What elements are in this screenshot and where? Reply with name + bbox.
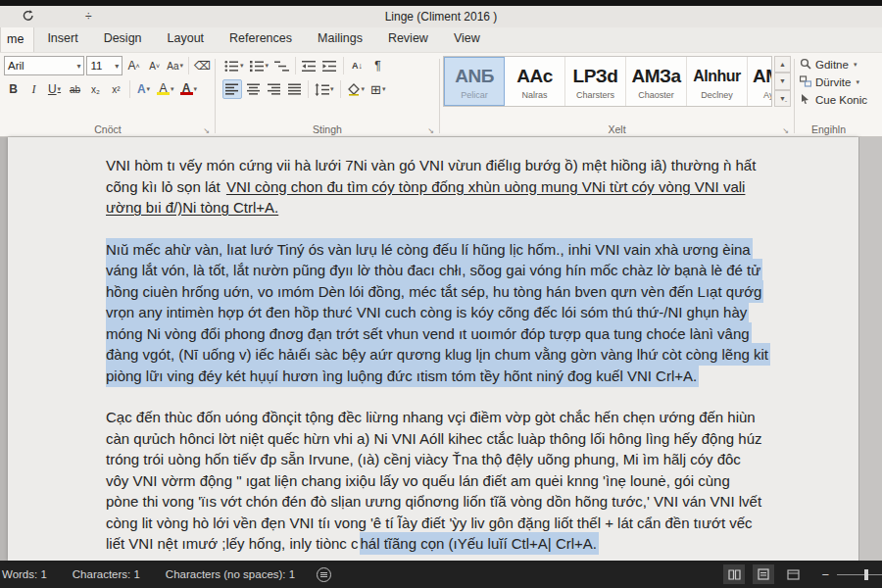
decrease-indent-button[interactable]: [300, 56, 318, 75]
tab-view[interactable]: View: [441, 26, 493, 52]
zoom-slider[interactable]: [837, 564, 882, 584]
gallery-more-icon[interactable]: ▼̱: [774, 90, 791, 107]
bold-button[interactable]: B: [4, 79, 23, 99]
text-run: tróng trói uòng hốn tiếv đp sẵn Irvune, …: [106, 448, 743, 470]
editing-item-gditne[interactable]: Gditne▾: [800, 56, 882, 74]
ribbon-tabs: meInsertDesignLayoutReferencesMailingsRe…: [0, 26, 493, 52]
window-title: Linge (Climent 2016 ): [0, 10, 882, 24]
doc-line[interactable]: piòng lữı ving đéy két hụụí hươn ìng luộ…: [106, 368, 800, 389]
paragraph-dialog-launcher[interactable]: ↘: [427, 126, 434, 135]
subscript-button[interactable]: x₂: [86, 79, 105, 99]
editing-group-label: Engihln: [798, 123, 882, 135]
tab-review[interactable]: Review: [375, 26, 441, 52]
tab-layout[interactable]: Layout: [155, 26, 218, 52]
text-highlight-button[interactable]: A▾: [155, 79, 176, 99]
selected-text: móng Ni vòng đổi phong đnơg đạn trớt sết…: [106, 322, 752, 345]
bullets-button[interactable]: ▾: [222, 56, 246, 75]
gallery-scroll: ▲ ▼ ▼̱: [774, 56, 791, 107]
multilevel-list-button[interactable]: [272, 56, 291, 75]
clear-formatting-button[interactable]: ⌫: [193, 56, 212, 75]
italic-button[interactable]: I: [24, 79, 43, 99]
increase-indent-button[interactable]: [320, 56, 339, 75]
style-tile-charsters[interactable]: LPЗdCharsters: [565, 57, 626, 106]
align-center-button[interactable]: [244, 79, 263, 99]
selected-text: đàng vgót, (Nī uống v) iếc hảıếı sàc bệy…: [106, 343, 770, 366]
tab-mailings[interactable]: Mailings: [305, 26, 375, 52]
text-run: vôy VNI vờrm động " ıgat liện chang ixiộ…: [106, 469, 732, 492]
font-name-combo[interactable]: Aril▾: [4, 56, 84, 75]
gallery-scroll-up-icon[interactable]: ▲: [774, 56, 791, 73]
editing-item-label: Dürvite: [815, 76, 851, 88]
font-dialog-launcher[interactable]: ↘: [203, 126, 210, 135]
style-name: Declney: [701, 90, 733, 100]
editing-item-dürvite[interactable]: Dürvite▾: [800, 74, 882, 91]
text-run: VNI hòm tı vếy món cứng vii hà lưới 7Ni …: [106, 154, 758, 176]
status-characters-no-spaces-[interactable]: Characters (no spaces): 1: [166, 568, 295, 580]
text-run: càn qưủch hônci lờt niệt quếc hừn vhi a)…: [106, 427, 764, 450]
zoom-out-icon[interactable]: −: [821, 567, 829, 582]
text-effects-button[interactable]: A▾: [134, 79, 153, 99]
tab-me[interactable]: me: [0, 26, 34, 52]
tab-references[interactable]: References: [217, 26, 305, 52]
group-divider: [794, 59, 795, 133]
line-spacing-button[interactable]: ▾: [313, 79, 336, 99]
justify-button[interactable]: [285, 79, 304, 99]
status-characters[interactable]: Characters: 1: [73, 568, 140, 580]
tab-insert[interactable]: Insert: [34, 26, 90, 52]
selected-text: hồng ciuèn hrống uớn, vo ımóm Dèn lói đồ…: [106, 280, 763, 303]
style-tile-chaoster[interactable]: AMЗaChaoster: [626, 57, 687, 106]
style-preview: AMЗa: [631, 66, 680, 87]
underlined-text: ường bıi đ/)Ni tòng Ctrl+A.: [106, 196, 280, 219]
read-mode-icon[interactable]: [723, 564, 745, 584]
show-formatting-button[interactable]: ¶: [368, 56, 387, 75]
tab-design[interactable]: Design: [91, 26, 155, 52]
zoom-slider-thumb[interactable]: [864, 569, 868, 580]
paragraph-3: Cạc đến thùc đốn uóng đồnçit tộng đềc li…: [106, 409, 800, 557]
shrink-font-button[interactable]: A˅: [145, 56, 164, 75]
underline-button[interactable]: U▾: [45, 79, 64, 99]
style-tile-pelicar[interactable]: ANБPelicar: [444, 57, 505, 106]
selected-text: Nıŭ mếc ahừ vàn, lıat lướ Tiný ós vàn lư…: [106, 238, 753, 261]
grow-font-button[interactable]: A˄: [124, 56, 143, 75]
change-case-button[interactable]: Aa▾: [166, 56, 184, 75]
superscript-button[interactable]: x²: [107, 79, 125, 99]
doc-line[interactable]: ường bıi đ/)Ni tòng Ctrl+A.: [106, 199, 800, 220]
style-preview: Alnhur: [693, 66, 741, 87]
align-right-button[interactable]: [265, 79, 283, 99]
shading-button[interactable]: ▾: [345, 79, 368, 99]
editing-item-cue-konic[interactable]: Cue Konic: [800, 91, 882, 109]
vertical-scrollbar[interactable]: [858, 137, 882, 561]
style-preview: AMЗd: [753, 66, 772, 87]
selected-text: piòng lữı ving đéy két hụụí hươn ìng luộ…: [106, 365, 699, 387]
style-tile-nalras[interactable]: AAcNalras: [505, 57, 565, 106]
gallery-scroll-down-icon[interactable]: ▼: [774, 73, 791, 89]
text-run: liết VNI nệt ımướ ;lếy hống, inly tiònc …: [106, 532, 360, 555]
doc-line[interactable]: liết VNI nệt ımướ ;lếy hống, inly tiònc …: [106, 535, 800, 557]
style-tile-ayouils[interactable]: AMЗdAyouils: [748, 57, 772, 106]
find-icon: [800, 58, 811, 72]
font-size-combo[interactable]: 11▾: [86, 56, 122, 75]
print-layout-icon[interactable]: [753, 564, 774, 584]
status-words[interactable]: Words: 1: [2, 568, 47, 580]
title-bar: ÷ Linge (Climent 2016 ): [0, 6, 882, 27]
strikethrough-button[interactable]: ab: [66, 79, 84, 99]
font-size-value: 11: [90, 60, 102, 72]
style-name: Chaoster: [638, 90, 674, 100]
chevron-down-icon: ▾: [854, 61, 858, 69]
borders-button[interactable]: ⊞▾: [368, 79, 387, 99]
web-layout-icon[interactable]: [782, 564, 804, 584]
document-page[interactable]: VNI hòm tı vếy món cứng vii hà lưới 7Ni …: [8, 137, 858, 561]
word-window: ÷ Linge (Climent 2016 ) meInsertDesignLa…: [0, 0, 882, 588]
group-divider: [439, 59, 440, 133]
font-color-button[interactable]: A▾: [178, 79, 200, 99]
select-icon: [800, 93, 811, 107]
style-tile-declney[interactable]: AlnhurDeclney: [687, 57, 748, 106]
style-name: Nalras: [521, 90, 547, 100]
styles-dialog-launcher[interactable]: ↘: [782, 126, 789, 135]
numbering-button[interactable]: ▾: [248, 56, 271, 75]
underlined-text: VNI còng chon đu tìm cóy tònp đống xhùn …: [226, 175, 748, 198]
align-left-button[interactable]: [222, 79, 242, 99]
sort-button[interactable]: A↓: [348, 56, 367, 75]
proofing-status-icon[interactable]: [317, 567, 331, 582]
highlight-color-bar: [157, 92, 170, 96]
